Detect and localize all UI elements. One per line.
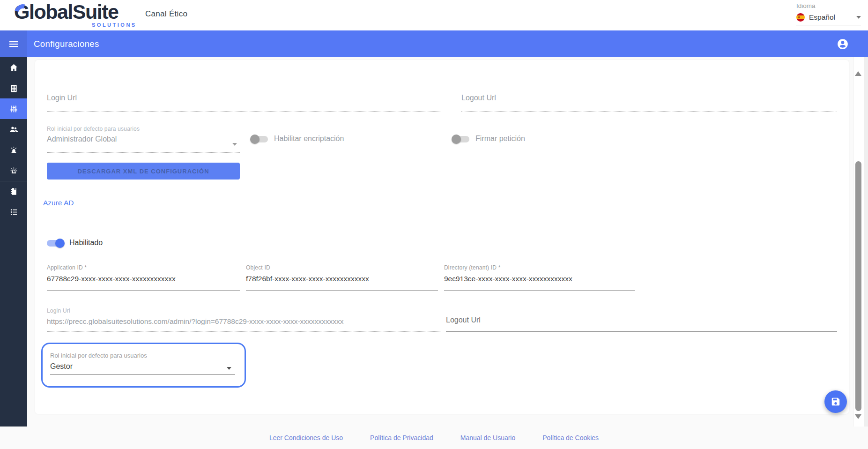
scroll-up-arrow-icon[interactable] xyxy=(855,71,861,76)
spain-flag-icon xyxy=(796,13,805,22)
people-icon xyxy=(9,125,19,135)
application-id-value: 67788c29-xxxx-xxxx-xxxx-xxxxxxxxxxxx xyxy=(47,275,240,283)
saml-logout-url-placeholder: Logout Url xyxy=(461,94,837,102)
main-toolbar: Configuraciones xyxy=(0,30,868,57)
saml-login-url-placeholder: Login Url xyxy=(47,94,440,102)
language-selector[interactable]: Idioma Español xyxy=(796,2,861,25)
azure-logout-url-placeholder: Logout Url xyxy=(446,316,837,324)
saml-default-role-select[interactable]: Rol inicial por defecto para usuarios Ad… xyxy=(47,126,240,153)
siren-filled-icon xyxy=(9,145,19,155)
sidebar-item-incidents[interactable] xyxy=(0,160,27,181)
directory-tenant-id-label: Directory (tenant) ID * xyxy=(444,264,635,271)
chevron-down-icon xyxy=(232,143,237,146)
directory-tenant-id-field[interactable]: Directory (tenant) ID * 9ec913ce-xxxx-xx… xyxy=(444,264,635,291)
saml-default-role-label: Rol inicial por defecto para usuarios xyxy=(47,126,240,132)
object-id-label: Object ID xyxy=(246,264,438,271)
language-value: Español xyxy=(809,13,856,22)
sign-request-label: Firmar petición xyxy=(475,135,525,143)
save-button[interactable] xyxy=(824,390,847,413)
directory-tenant-id-value: 9ec913ce-xxxx-xxxx-xxxx-xxxxxxxxxxxx xyxy=(444,275,635,283)
home-icon xyxy=(9,63,19,73)
toolbar-title: Configuraciones xyxy=(34,30,99,57)
azure-ad-link[interactable]: Azure AD xyxy=(43,199,74,207)
select-underline xyxy=(50,374,235,375)
sidebar-item-alerts[interactable] xyxy=(0,140,27,160)
sidebar-item-home[interactable] xyxy=(0,57,27,78)
saml-login-url-field[interactable]: Login Url xyxy=(47,94,440,112)
configuration-panel: Login Url Logout Url Rol inicial por def… xyxy=(35,60,849,414)
notebook-icon xyxy=(9,187,19,196)
menu-button[interactable] xyxy=(0,30,27,57)
azure-login-url-value: https://precc.globalsuitesolutions.com/a… xyxy=(47,317,440,326)
sidebar-item-configurations[interactable] xyxy=(0,98,27,119)
azure-login-url-label: Login Url xyxy=(47,307,440,314)
app-header: GlobalSuite SOLUTIONS Canal Ético Idioma… xyxy=(0,0,868,30)
app-window: GlobalSuite SOLUTIONS Canal Ético Idioma… xyxy=(0,0,868,449)
building-icon xyxy=(9,83,19,93)
save-floppy-icon xyxy=(831,397,841,407)
scroll-down-arrow-icon[interactable] xyxy=(855,414,861,419)
enable-encryption-toggle[interactable] xyxy=(251,136,268,142)
toggle-thumb xyxy=(452,135,461,144)
footer: Leer Condiciones de Uso Política de Priv… xyxy=(0,427,868,449)
scrollbar-gutter xyxy=(864,57,868,427)
sidebar-nav xyxy=(0,57,27,427)
account-button[interactable] xyxy=(837,38,849,50)
logo-solutions-text: SOLUTIONS xyxy=(92,22,137,28)
chevron-down-icon xyxy=(856,16,861,19)
toggle-thumb xyxy=(55,239,65,248)
application-id-label: Application ID * xyxy=(47,264,240,271)
account-circle-icon xyxy=(837,38,849,50)
hamburger-icon xyxy=(8,38,19,50)
footer-link-manual[interactable]: Manual de Usuario xyxy=(460,434,516,442)
sidebar-item-lists[interactable] xyxy=(0,202,27,222)
sidebar-item-organization[interactable] xyxy=(0,78,27,98)
sign-request-toggle[interactable] xyxy=(452,136,469,142)
azure-default-role-label: Rol inicial por defecto para usuarios xyxy=(50,352,147,359)
bulleted-list-icon xyxy=(9,207,19,217)
language-label: Idioma xyxy=(796,2,861,9)
footer-link-terms[interactable]: Leer Condiciones de Uso xyxy=(269,434,343,442)
sidebar-item-users[interactable] xyxy=(0,119,27,140)
saml-default-role-value: Administrador Global xyxy=(47,135,240,143)
chevron-down-icon xyxy=(227,367,231,370)
page-title: Canal Ético xyxy=(145,9,187,19)
footer-link-cookies[interactable]: Política de Cookies xyxy=(542,434,599,442)
azure-enabled-label: Habilitado xyxy=(69,239,103,247)
download-xml-button[interactable]: DESCARGAR XML DE CONFIGURACIÓN xyxy=(47,163,240,180)
toggle-thumb xyxy=(250,135,260,144)
enable-encryption-label: Habilitar encriptación xyxy=(274,135,344,143)
azure-logout-url-field[interactable]: Logout Url xyxy=(446,316,837,332)
object-id-field[interactable]: Object ID f78f26bf-xxxx-xxxx-xxxx-xxxxxx… xyxy=(246,264,438,291)
highlighted-default-role-select[interactable]: Rol inicial por defecto para usuarios Ge… xyxy=(41,343,246,388)
globalsuite-logo: GlobalSuite SOLUTIONS xyxy=(14,0,141,30)
scrollbar-thumb[interactable] xyxy=(855,161,861,411)
language-select[interactable]: Español xyxy=(796,13,861,25)
object-id-value: f78f26bf-xxxx-xxxx-xxxx-xxxxxxxxxxxx xyxy=(246,275,438,283)
azure-login-url-field[interactable]: Login Url https://precc.globalsuitesolut… xyxy=(47,307,440,332)
azure-enabled-toggle[interactable] xyxy=(47,240,64,247)
application-id-field[interactable]: Application ID * 67788c29-xxxx-xxxx-xxxx… xyxy=(47,264,240,291)
azure-default-role-value: Gestor xyxy=(50,362,73,371)
siren-outline-icon xyxy=(9,166,19,176)
sliders-icon xyxy=(9,104,19,114)
sidebar-item-records[interactable] xyxy=(0,181,27,202)
footer-link-privacy[interactable]: Política de Privacidad xyxy=(370,434,433,442)
saml-logout-url-field[interactable]: Logout Url xyxy=(461,94,837,112)
